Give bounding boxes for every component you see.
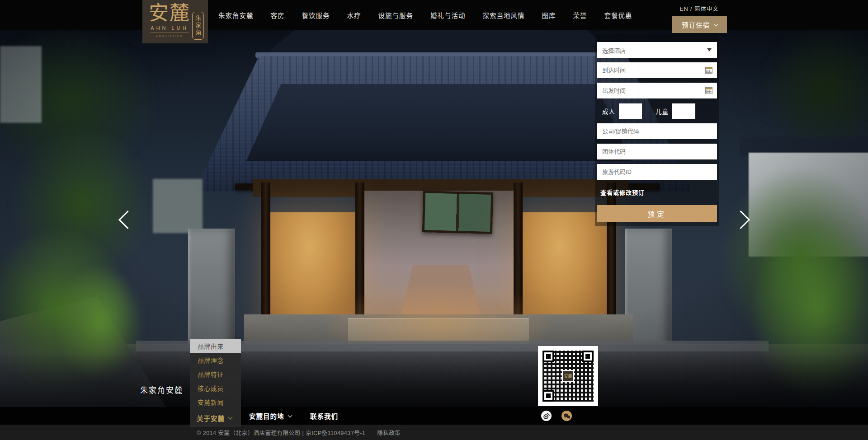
- language-switcher[interactable]: EN / 简体中文: [679, 4, 719, 13]
- chevron-down-icon: [714, 22, 718, 26]
- wechat-qr-code: 安麓: [538, 346, 598, 406]
- select-caret-icon: [707, 48, 712, 51]
- nav-item-explore[interactable]: 探索当地风情: [483, 10, 525, 20]
- menu-item-brand-origin[interactable]: 品牌由来: [190, 339, 241, 353]
- chevron-down-icon: [288, 413, 292, 417]
- reserve-button[interactable]: 预定: [597, 205, 717, 222]
- departure-date-field[interactable]: [597, 83, 717, 98]
- page: 朱家角安麓 安麓 朱家角安麓 客房 餐饮服务 水疗 设施与服务 婚礼与活动 探索…: [0, 0, 868, 440]
- nav-item-awards[interactable]: 荣誉: [573, 10, 587, 20]
- privacy-policy-link[interactable]: 隐私政策: [377, 428, 401, 437]
- departure-date-field-wrap: [597, 83, 717, 98]
- travel-id-field[interactable]: [597, 164, 717, 180]
- booking-widget: 选择酒店 成人 儿童 查看或修改预订 预定: [595, 34, 719, 226]
- guests-row: 成人 儿童: [597, 103, 717, 119]
- logo-text-block: 安麓 AHN LUH ZHUJIAJIAO: [149, 3, 190, 40]
- qr-pattern: 安麓: [542, 351, 594, 402]
- qr-center-logo: 安麓: [562, 370, 574, 382]
- adults-input[interactable]: [619, 103, 642, 119]
- ahn-luh-logo[interactable]: 安麓 AHN LUH ZHUJIAJIAO 朱家角: [142, 0, 208, 43]
- travel-id-field-wrap: [597, 164, 717, 180]
- nav-item-packages[interactable]: 套餐优惠: [604, 10, 632, 20]
- chevron-right-icon: [731, 211, 750, 229]
- group-code-field-wrap: [597, 144, 717, 159]
- menu-item-brand-features[interactable]: 品牌特征: [190, 367, 241, 381]
- qr-finder-icon: [542, 390, 554, 402]
- arrival-date-field-wrap: [597, 62, 717, 78]
- hotel-select[interactable]: 选择酒店: [597, 42, 717, 58]
- logo-chinese: 安麓: [149, 3, 190, 24]
- menu-item-brand-philosophy[interactable]: 品牌理念: [190, 353, 241, 367]
- qr-finder-icon: [582, 351, 594, 362]
- logo-divider: [150, 33, 189, 33]
- contact-label: 联系我们: [310, 411, 338, 421]
- contact-us-link[interactable]: 联系我们: [310, 407, 338, 425]
- promo-code-field-wrap: [597, 123, 717, 139]
- calendar-icon[interactable]: [705, 67, 712, 74]
- nav-item-rooms[interactable]: 客房: [271, 10, 285, 20]
- group-code-field[interactable]: [597, 144, 717, 159]
- about-flyout-menu: 品牌由来 品牌理念 品牌特征 核心成员 安麓新闻 关于安麓: [190, 339, 241, 427]
- nav-item-facilities[interactable]: 设施与服务: [378, 10, 414, 20]
- destinations-menu[interactable]: 安麓目的地: [249, 407, 292, 425]
- wechat-bubbles-glyph: [563, 413, 571, 419]
- about-trigger-label: 关于安麓: [197, 413, 225, 423]
- main-nav: 朱家角安麓 客房 餐饮服务 水疗 设施与服务 婚礼与活动 探索当地风情 图库 荣…: [218, 0, 632, 30]
- chevron-down-icon: [228, 415, 233, 420]
- nav-item-weddings[interactable]: 婚礼与活动: [430, 10, 466, 20]
- nav-item-hotel[interactable]: 朱家角安麓: [218, 10, 254, 20]
- view-modify-booking-link[interactable]: 查看或修改预订: [600, 188, 645, 197]
- footer: © 2014 安麓（北京）酒店管理有限公司 | 京ICP备11049437号-1…: [0, 425, 868, 440]
- nav-item-spa[interactable]: 水疗: [347, 10, 361, 20]
- menu-item-core-members[interactable]: 核心成员: [190, 381, 241, 395]
- slide-caption: 朱家角安麓: [140, 384, 183, 395]
- top-navigation-bar: 朱家角安麓 客房 餐饮服务 水疗 设施与服务 婚礼与活动 探索当地风情 图库 荣…: [0, 0, 868, 30]
- calendar-icon[interactable]: [705, 87, 712, 94]
- hotel-select-label: 选择酒店: [602, 46, 626, 55]
- wechat-icon[interactable]: [561, 411, 572, 421]
- weibo-eye-glyph: [543, 412, 550, 420]
- logo-latin: AHN LUH: [151, 25, 188, 31]
- nav-item-dining[interactable]: 餐饮服务: [302, 10, 330, 20]
- destinations-label: 安麓目的地: [249, 411, 284, 421]
- adults-label: 成人: [602, 107, 615, 116]
- menu-item-news[interactable]: 安麓新闻: [190, 395, 241, 409]
- carousel-next-button[interactable]: [734, 213, 747, 226]
- children-label: 儿童: [656, 107, 669, 116]
- children-input[interactable]: [672, 103, 695, 119]
- promo-code-field[interactable]: [597, 123, 717, 139]
- qr-finder-icon: [542, 351, 554, 362]
- copyright-text: © 2014 安麓（北京）酒店管理有限公司 | 京ICP备11049437号-1: [197, 428, 365, 437]
- carousel-prev-button[interactable]: [121, 213, 134, 226]
- chevron-left-icon: [118, 211, 137, 229]
- logo-subtitle: ZHUJIAJIAO: [156, 34, 183, 37]
- about-menu-trigger[interactable]: 关于安麓: [190, 409, 241, 427]
- weibo-icon[interactable]: [541, 411, 552, 421]
- nav-item-gallery[interactable]: 图库: [542, 10, 556, 20]
- arrival-date-field[interactable]: [597, 62, 717, 78]
- book-stay-button[interactable]: 预订住宿: [672, 16, 727, 33]
- bottom-bar: 安麓目的地 联系我们: [0, 407, 868, 425]
- book-stay-label: 预订住宿: [682, 20, 710, 29]
- logo-seal-badge: 朱家角: [192, 12, 204, 40]
